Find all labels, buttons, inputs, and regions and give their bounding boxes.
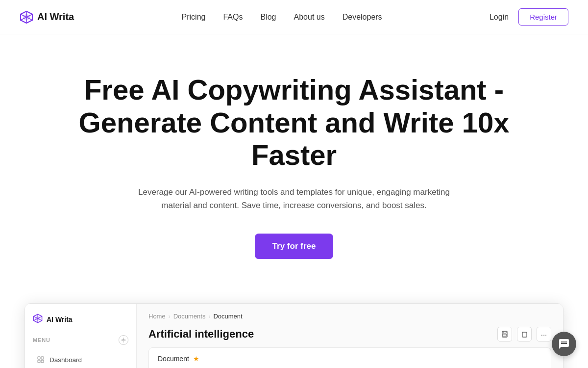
svg-point-10 xyxy=(122,340,124,341)
preview-logo-icon xyxy=(33,314,43,325)
star-icon: ★ xyxy=(193,355,199,363)
header: AI Writa Pricing FAQs Blog About us Deve… xyxy=(0,0,588,34)
sidebar-dashboard-label: Dashboard xyxy=(49,356,82,364)
menu-header: MENU xyxy=(25,335,136,351)
svg-rect-14 xyxy=(41,360,44,363)
doc-header: Artificial intelligence xyxy=(137,323,563,347)
preview-logo: AI Writa xyxy=(25,314,136,335)
copy-icon-button[interactable] xyxy=(517,327,532,342)
dashboard-icon xyxy=(37,356,45,364)
preview-breadcrumb: Home › Documents › Document xyxy=(137,304,563,323)
nav-about[interactable]: About us xyxy=(294,13,325,22)
preview-logo-text: AI Writa xyxy=(47,315,73,323)
logo-text: AI Writa xyxy=(37,11,74,23)
app-preview: AI Writa MENU xyxy=(24,303,564,368)
try-for-free-button[interactable]: Try for free xyxy=(255,234,334,259)
auth-area: Login Register xyxy=(490,8,568,26)
nav-developers[interactable]: Developers xyxy=(343,13,382,22)
svg-rect-13 xyxy=(38,360,40,363)
hero-subtitle: Leverage our AI-powered writing tools an… xyxy=(137,185,451,212)
card-title: Document xyxy=(158,355,189,363)
preview-main-content: Home › Documents › Document Artificial i… xyxy=(137,304,563,368)
doc-main-title: Artificial intelligence xyxy=(148,328,254,341)
hero-title: Free AI Copywriting Assistant - Generate… xyxy=(74,74,514,172)
breadcrumb-current: Document xyxy=(213,313,242,320)
menu-label: MENU xyxy=(33,337,50,343)
more-options-button[interactable]: ··· xyxy=(537,327,551,342)
save-icon-button[interactable] xyxy=(497,327,512,342)
hero-section: Free AI Copywriting Assistant - Generate… xyxy=(0,34,588,284)
nav-faqs[interactable]: FAQs xyxy=(223,13,243,22)
nav-blog[interactable]: Blog xyxy=(260,13,276,22)
svg-rect-11 xyxy=(38,357,40,359)
breadcrumb-documents[interactable]: Documents xyxy=(173,313,206,320)
login-button[interactable]: Login xyxy=(490,13,509,22)
nav-pricing[interactable]: Pricing xyxy=(182,13,206,22)
main-nav: Pricing FAQs Blog About us Developers xyxy=(182,13,382,22)
card-header: Document ★ xyxy=(149,348,551,368)
breadcrumb-sep-1: › xyxy=(169,313,171,320)
chat-support-button[interactable] xyxy=(552,332,576,356)
menu-settings-icon[interactable] xyxy=(119,335,128,345)
breadcrumb-sep-2: › xyxy=(208,313,210,320)
svg-rect-28 xyxy=(522,332,527,337)
logo[interactable]: AI Writa xyxy=(20,10,74,24)
logo-icon xyxy=(20,10,33,24)
svg-rect-12 xyxy=(41,357,44,359)
register-button[interactable]: Register xyxy=(518,8,568,26)
document-card: Document ★ B I U S H₁ H₂ " <> ≡ ≡ ≡ xyxy=(148,347,551,368)
breadcrumb-home[interactable]: Home xyxy=(148,313,166,320)
preview-sidebar: AI Writa MENU xyxy=(25,304,137,368)
svg-rect-27 xyxy=(503,334,507,336)
sidebar-item-dashboard[interactable]: Dashboard xyxy=(29,351,132,368)
doc-actions: ··· xyxy=(497,327,551,342)
